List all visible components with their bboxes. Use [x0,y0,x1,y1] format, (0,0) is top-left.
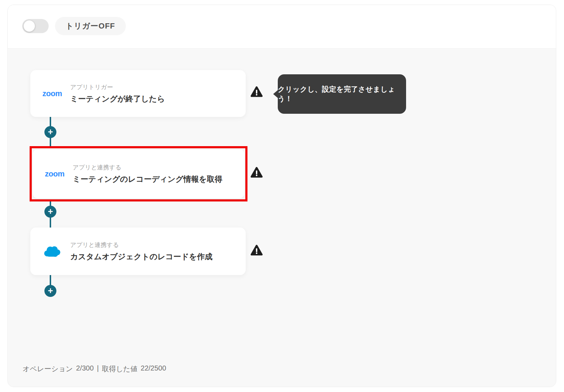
setup-tooltip: クリックし、設定を完了させましょう！ [278,74,406,114]
zoom-logo-text: zoom [42,89,62,98]
screen: トリガーOFF zoom アプリトリガー ミーティングが終了したら [0,0,564,392]
tooltip-text: クリックし、設定を完了させましょう！ [278,85,406,104]
operations-label: オペレーション [23,364,73,374]
step-card-get-recording[interactable]: zoom アプリと連携する ミーティングのレコーディング情報を取得 [33,149,244,198]
acquired-values-count: 22/2500 [141,364,166,374]
warning-icon[interactable] [250,86,263,98]
operations-count: 2/300 [76,364,94,374]
step-card-trigger[interactable]: zoom アプリトリガー ミーティングが終了したら [30,70,246,117]
warning-icon[interactable] [250,167,263,178]
zoom-logo-icon: zoom [43,89,61,98]
step-card-highlighted-wrapper[interactable]: zoom アプリと連携する ミーティングのレコーディング情報を取得 [30,146,247,201]
step-card-text: アプリと連携する カスタムオブジェクトのレコードを作成 [70,241,213,262]
step-title: カスタムオブジェクトのレコードを作成 [70,251,213,262]
plus-icon: + [48,286,53,295]
zoom-logo-text: zoom [45,169,64,179]
zoom-logo-icon: zoom [46,169,63,179]
step-type-label: アプリと連携する [73,163,222,172]
add-step-button[interactable]: + [44,126,56,138]
workflow-canvas: zoom アプリトリガー ミーティングが終了したら クリックし、設定を完了させま… [8,49,556,387]
step-title: ミーティングが終了したら [70,94,165,104]
warning-icon[interactable] [250,244,263,256]
add-step-button[interactable]: + [44,285,56,297]
plus-icon: + [48,127,53,136]
trigger-toggle[interactable] [22,19,49,33]
step-title: ミーティングのレコーディング情報を取得 [73,174,222,185]
header-bar: トリガーOFF [8,5,556,49]
toggle-knob-icon [24,20,35,32]
step-card-text: アプリトリガー ミーティングが終了したら [70,83,165,104]
step-card-text: アプリと連携する ミーティングのレコーディング情報を取得 [73,163,222,185]
acquired-values-label: 取得した値 [102,364,137,374]
usage-status-bar: オペレーション 2/300 | 取得した値 22/2500 [23,364,166,374]
plus-icon: + [48,207,53,216]
step-card-create-record[interactable]: アプリと連携する カスタムオブジェクトのレコードを作成 [30,228,246,275]
trigger-status-label: トリガーOFF [55,17,126,35]
status-separator: | [97,364,99,374]
workflow-editor: トリガーOFF zoom アプリトリガー ミーティングが終了したら [7,5,556,387]
step-type-label: アプリと連携する [70,241,213,249]
add-step-button[interactable]: + [44,206,56,218]
step-type-label: アプリトリガー [70,83,165,91]
salesforce-cloud-icon [43,245,61,258]
